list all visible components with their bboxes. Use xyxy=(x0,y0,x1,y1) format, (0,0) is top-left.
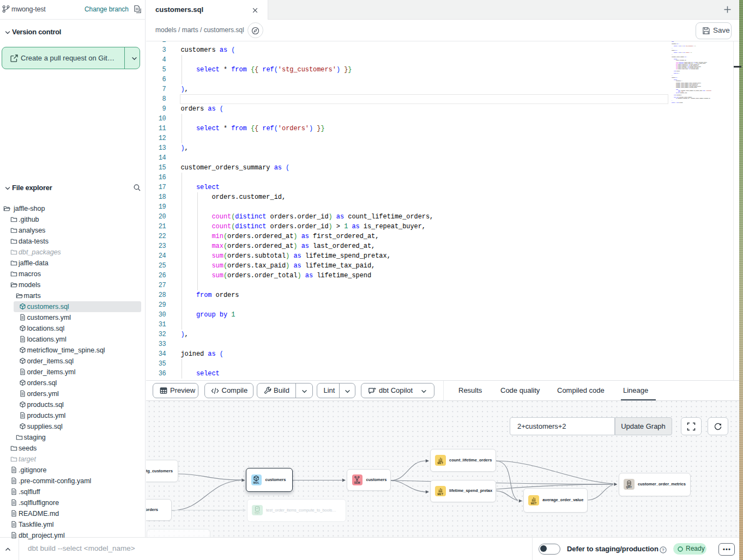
svg-text:?: ? xyxy=(662,547,665,552)
